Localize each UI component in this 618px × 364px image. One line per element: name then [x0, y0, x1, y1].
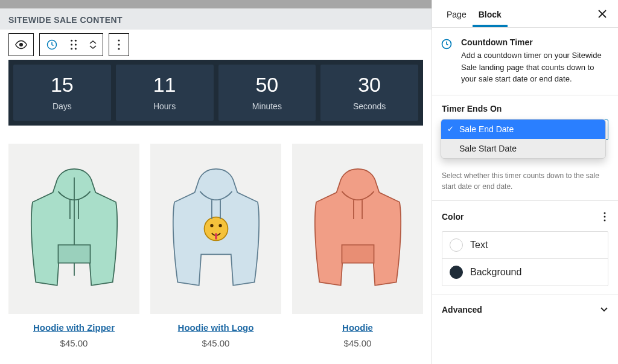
product-card: Hoodie with Logo $45.00 — [150, 144, 281, 348]
content-header: SITEWIDE SALE CONTENT — [0, 8, 432, 30]
toolbar-group-block — [39, 33, 103, 56]
product-image[interactable] — [150, 144, 281, 314]
timer-ends-help: Select whether this timer counts down to… — [442, 170, 608, 192]
timer-days: 15 Days — [13, 65, 111, 121]
svg-point-9 — [118, 43, 119, 45]
product-name: Hoodie — [292, 322, 423, 333]
kebab-icon — [118, 39, 120, 50]
timer-value: 11 — [118, 73, 211, 97]
block-description: Countdown Timer Add a countdown timer on… — [432, 28, 618, 95]
svg-point-16 — [604, 216, 606, 217]
timer-label: Hours — [118, 101, 211, 111]
timer-value: 50 — [221, 73, 314, 97]
drag-icon — [69, 39, 78, 50]
svg-point-15 — [604, 212, 606, 214]
clock-icon — [46, 39, 58, 51]
timer-ends-label: Timer Ends On — [442, 104, 608, 113]
timer-hours: 11 Hours — [116, 65, 214, 121]
dropdown-option-start[interactable]: Sale Start Date — [441, 139, 605, 158]
product-link[interactable]: Hoodie with Zipper — [33, 322, 115, 333]
timer-ends-section: Timer Ends On Sale End Date Sale Start D… — [432, 95, 618, 201]
product-image[interactable] — [8, 144, 139, 314]
color-background-row[interactable]: Background — [442, 258, 608, 286]
svg-point-2 — [71, 40, 72, 42]
countdown-timer-block[interactable]: 15 Days 11 Hours 50 Minutes 30 Seconds — [8, 60, 423, 126]
move-up-down[interactable] — [83, 34, 103, 56]
product-image[interactable] — [292, 144, 423, 314]
svg-point-12 — [210, 224, 213, 227]
timer-label: Days — [16, 101, 109, 111]
svg-point-13 — [218, 224, 221, 227]
chevron-up-icon — [89, 40, 97, 45]
chevron-down-icon — [89, 45, 97, 49]
product-name: Hoodie with Logo — [150, 322, 281, 333]
clock-icon — [441, 38, 453, 50]
block-help-text: Add a countdown timer on your Sitewide S… — [461, 49, 608, 85]
block-type-icon — [441, 38, 453, 50]
svg-point-7 — [75, 48, 77, 49]
hoodie-coral-icon — [304, 159, 412, 298]
svg-point-4 — [71, 43, 72, 45]
hoodie-logo-icon — [162, 159, 270, 298]
block-desc-text-wrap: Countdown Timer Add a countdown timer on… — [461, 37, 608, 85]
kebab-icon — [604, 212, 606, 222]
eye-icon — [14, 38, 28, 51]
drag-handle[interactable] — [64, 34, 83, 56]
product-link[interactable]: Hoodie — [342, 322, 373, 333]
product-card: Hoodie with Zipper $45.00 — [8, 144, 139, 348]
svg-point-5 — [75, 43, 77, 45]
toolbar-group-more — [109, 33, 129, 56]
editor-canvas: SITEWIDE SALE CONTENT — [0, 0, 432, 364]
color-options-button[interactable] — [601, 209, 608, 224]
chevron-down-icon — [600, 307, 608, 313]
timer-minutes: 50 Minutes — [218, 65, 316, 121]
svg-point-8 — [118, 39, 119, 41]
close-sidebar-button[interactable] — [595, 7, 610, 21]
close-icon — [597, 9, 607, 19]
timer-seconds: 30 Seconds — [320, 65, 418, 121]
toolbar-group-preview — [8, 33, 34, 56]
background-swatch — [450, 266, 463, 279]
product-name: Hoodie with Zipper — [8, 322, 139, 333]
tab-block[interactable]: Block — [473, 1, 508, 27]
color-text-label: Text — [470, 240, 488, 251]
more-options-button[interactable] — [109, 34, 129, 56]
timer-ends-dropdown: Sale End Date Sale Start Date — [441, 119, 606, 159]
block-title: Countdown Timer — [461, 37, 608, 47]
top-gray-bar — [0, 0, 432, 8]
product-link[interactable]: Hoodie with Logo — [178, 322, 254, 333]
timer-label: Seconds — [323, 101, 416, 111]
section-title: SITEWIDE SALE CONTENT — [8, 15, 423, 25]
block-icon-button[interactable] — [40, 34, 64, 56]
product-price: $45.00 — [150, 338, 281, 348]
color-text-row[interactable]: Text — [442, 232, 608, 258]
timer-label: Minutes — [221, 101, 314, 111]
timer-value: 15 — [16, 73, 109, 97]
block-toolbar — [0, 30, 432, 60]
svg-point-10 — [118, 48, 119, 49]
svg-point-3 — [75, 40, 77, 42]
tab-page[interactable]: Page — [441, 1, 473, 27]
product-price: $45.00 — [8, 338, 139, 348]
svg-point-0 — [20, 43, 23, 46]
product-price: $45.00 — [292, 338, 423, 348]
svg-point-6 — [71, 48, 72, 49]
color-panel: Text Background — [442, 231, 608, 286]
preview-button[interactable] — [9, 34, 33, 56]
dropdown-option-end[interactable]: Sale End Date — [441, 120, 605, 139]
sidebar-tabs: Page Block — [432, 0, 618, 28]
products-grid: Hoodie with Zipper $45.00 Hoodie with Lo… — [0, 126, 432, 348]
color-label: Color — [442, 212, 464, 222]
text-swatch — [450, 238, 463, 252]
product-card: Hoodie $45.00 — [292, 144, 423, 348]
inspector-sidebar: Page Block Countdown Timer Add a countdo… — [432, 0, 618, 364]
color-background-label: Background — [470, 267, 521, 278]
advanced-label: Advanced — [442, 305, 482, 315]
hoodie-mint-icon — [20, 159, 129, 298]
color-section: Color Text Background — [432, 201, 618, 295]
svg-point-17 — [604, 219, 606, 221]
timer-value: 30 — [323, 73, 416, 97]
color-header: Color — [442, 209, 608, 224]
advanced-section-toggle[interactable]: Advanced — [432, 295, 618, 324]
